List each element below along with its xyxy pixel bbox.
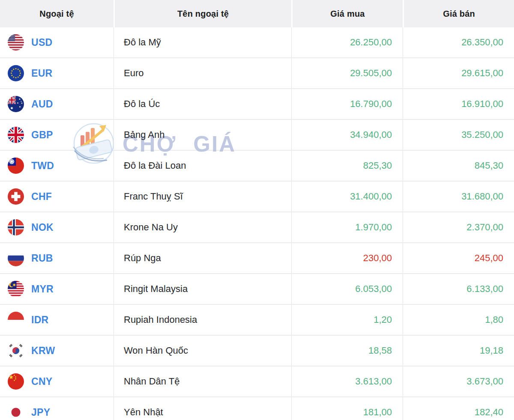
currency-name: Won Hàn Quốc [114, 336, 291, 366]
currency-code-link-usd[interactable]: USD [31, 37, 52, 48]
buy-price: 230,00 [291, 243, 403, 273]
currency-code-link-nok[interactable]: NOK [31, 222, 54, 233]
currency-code-link-twd[interactable]: TWD [31, 160, 54, 172]
currency-row-aud: AUD Đô la Úc 16.790,00 16.910,00 [0, 89, 514, 120]
table-body: CHỢ GIÁ USD Đô la Mỹ 26.250,00 26.350,00… [0, 27, 514, 420]
currency-cell: CHF [0, 182, 114, 211]
currency-row-idr: IDR Rupiah Indonesia 1,20 1,80 [0, 305, 514, 336]
currency-code-link-rub[interactable]: RUB [31, 253, 53, 264]
sell-price: 182,40 [403, 397, 514, 420]
currency-name: Euro [114, 58, 291, 88]
krw-flag-icon [8, 343, 24, 359]
currency-row-gbp: GBP Bảng Anh 34.940,00 35.250,00 [0, 120, 514, 151]
currency-cell: NOK [0, 212, 114, 242]
sell-price: 3.673,00 [403, 366, 514, 396]
currency-cell: AUD [0, 89, 114, 119]
currency-code-link-cny[interactable]: CNY [31, 376, 52, 387]
currency-name: Đô la Mỹ [114, 27, 291, 57]
sell-price: 19,18 [403, 336, 514, 366]
sell-price: 26.350,00 [403, 27, 514, 57]
sell-price: 16.910,00 [403, 89, 514, 119]
buy-price: 34.940,00 [291, 120, 403, 150]
currency-code-link-gbp[interactable]: GBP [31, 129, 53, 141]
col-header-buy-price: Giá mua [291, 0, 403, 27]
cny-flag-icon [8, 373, 24, 390]
currency-cell: EUR [0, 58, 114, 88]
twd-flag-icon [8, 158, 24, 174]
rub-flag-icon [8, 250, 24, 266]
currency-name: Yên Nhật [114, 397, 291, 420]
currency-row-nok: NOK Krone Na Uy 1.970,00 2.370,00 [0, 212, 514, 243]
col-header-currency: Ngoại tệ [0, 0, 114, 27]
currency-cell: GBP [0, 120, 114, 150]
currency-name: Rúp Nga [114, 243, 291, 273]
currency-row-jpy: JPY Yên Nhật 181,00 182,40 [0, 397, 514, 420]
currency-code-link-aud[interactable]: AUD [31, 98, 53, 110]
eur-flag-icon [8, 65, 24, 81]
currency-code-link-krw[interactable]: KRW [31, 345, 55, 357]
currency-name: Bảng Anh [114, 120, 291, 150]
currency-row-usd: USD Đô la Mỹ 26.250,00 26.350,00 [0, 27, 514, 58]
jpy-flag-icon [8, 404, 24, 420]
buy-price: 181,00 [291, 397, 403, 420]
currency-cell: TWD [0, 151, 114, 181]
currency-name: Đô la Úc [114, 89, 291, 119]
currency-code-link-myr[interactable]: MYR [31, 283, 54, 295]
sell-price: 845,30 [403, 151, 514, 181]
myr-flag-icon [8, 281, 24, 297]
sell-price: 2.370,00 [403, 212, 514, 242]
currency-name: Rupiah Indonesia [114, 305, 291, 335]
currency-row-eur: EUR Euro 29.505,00 29.615,00 [0, 58, 514, 89]
currency-cell: IDR [0, 305, 114, 335]
currency-cell: RUB [0, 243, 114, 273]
sell-price: 29.615,00 [403, 58, 514, 88]
buy-price: 825,30 [291, 151, 403, 181]
currency-name: Krone Na Uy [114, 212, 291, 242]
buy-price: 3.613,00 [291, 366, 403, 396]
buy-price: 16.790,00 [291, 89, 403, 119]
buy-price: 18,58 [291, 336, 403, 366]
currency-row-cny: CNY Nhân Dân Tệ 3.613,00 3.673,00 [0, 366, 514, 397]
currency-row-krw: KRW Won Hàn Quốc 18,58 19,18 [0, 336, 514, 366]
sell-price: 31.680,00 [403, 182, 514, 211]
currency-code-link-eur[interactable]: EUR [31, 68, 52, 79]
usd-flag-icon [8, 34, 24, 51]
currency-code-link-chf[interactable]: CHF [31, 191, 52, 203]
buy-price: 29.505,00 [291, 58, 403, 88]
buy-price: 1,20 [291, 305, 403, 335]
buy-price: 26.250,00 [291, 27, 403, 57]
currency-code-link-idr[interactable]: IDR [31, 314, 49, 326]
nok-flag-icon [8, 219, 24, 235]
currency-cell: USD [0, 27, 114, 57]
sell-price: 35.250,00 [403, 120, 514, 150]
currency-row-myr: MYR Ringit Malaysia 6.053,00 6.133,00 [0, 274, 514, 305]
currency-row-chf: CHF Franc Thuỵ Sĩ 31.400,00 31.680,00 [0, 182, 514, 212]
currency-name: Ringit Malaysia [114, 274, 291, 304]
currency-name: Đô la Đài Loan [114, 151, 291, 181]
buy-price: 31.400,00 [291, 182, 403, 211]
sell-price: 1,80 [403, 305, 514, 335]
currency-row-twd: TWD Đô la Đài Loan 825,30 845,30 [0, 151, 514, 182]
aud-flag-icon [8, 96, 24, 112]
sell-price: 245,00 [403, 243, 514, 273]
table-header: Ngoại tệ Tên ngoại tệ Giá mua Giá bán [0, 0, 514, 27]
col-header-sell-price: Giá bán [403, 0, 514, 27]
gbp-flag-icon [8, 127, 24, 143]
currency-cell: JPY [0, 397, 114, 420]
currency-cell: MYR [0, 274, 114, 304]
currency-name: Nhân Dân Tệ [114, 366, 291, 396]
chf-flag-icon [8, 188, 24, 205]
exchange-rate-page: Ngoại tệ Tên ngoại tệ Giá mua Giá bán [0, 0, 514, 420]
currency-cell: CNY [0, 366, 114, 396]
currency-cell: KRW [0, 336, 114, 366]
idr-flag-icon [8, 312, 24, 328]
col-header-currency-name: Tên ngoại tệ [114, 0, 291, 27]
currency-row-rub: RUB Rúp Nga 230,00 245,00 [0, 243, 514, 274]
buy-price: 6.053,00 [291, 274, 403, 304]
currency-code-link-jpy[interactable]: JPY [31, 407, 50, 418]
buy-price: 1.970,00 [291, 212, 403, 242]
sell-price: 6.133,00 [403, 274, 514, 304]
currency-name: Franc Thuỵ Sĩ [114, 182, 291, 211]
